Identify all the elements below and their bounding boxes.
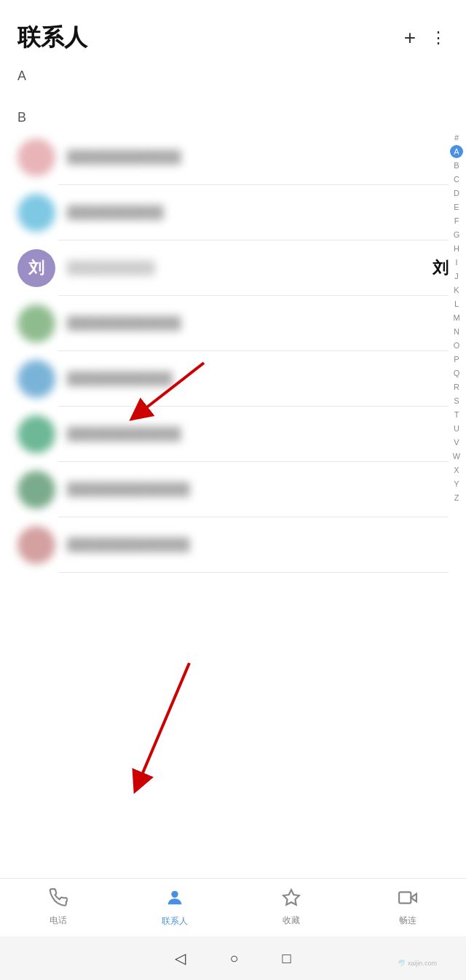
page-title: 联系人	[17, 22, 87, 54]
contact-name: ████████████	[67, 372, 449, 386]
bottom-nav: 电话 联系人 收藏 畅连	[0, 878, 466, 936]
annotation-arrow-2	[116, 656, 204, 801]
nav-favorites-label: 收藏	[283, 914, 300, 927]
alpha-Z[interactable]: Z	[450, 491, 463, 504]
nav-contacts[interactable]: 联系人	[116, 887, 233, 928]
avatar	[17, 415, 55, 453]
nav-contacts-label: 联系人	[162, 915, 188, 928]
add-button[interactable]: +	[404, 26, 416, 50]
alpha-O[interactable]: O	[450, 339, 463, 352]
svg-line-3	[138, 663, 189, 783]
star-icon	[282, 888, 301, 912]
video-icon	[398, 888, 418, 912]
contact-name: ██████████████	[67, 538, 449, 552]
avatar	[17, 526, 55, 564]
home-button[interactable]: ○	[229, 950, 238, 967]
alpha-E[interactable]: E	[450, 200, 463, 213]
avatar	[17, 360, 55, 398]
nav-changlink-label: 畅连	[399, 914, 416, 927]
contact-name: █████████████	[67, 150, 449, 165]
header: 联系人 + ⋮	[0, 0, 466, 61]
section-b-label: B	[0, 103, 466, 130]
list-item[interactable]: ██████████████	[0, 462, 466, 517]
contacts-icon	[165, 887, 185, 912]
nav-phone[interactable]: 电话	[0, 888, 116, 927]
alpha-G[interactable]: G	[450, 228, 463, 241]
alpha-M[interactable]: M	[450, 311, 463, 324]
contact-name: █████████████	[67, 427, 449, 442]
back-button[interactable]: ◁	[175, 949, 186, 967]
alpha-U[interactable]: U	[450, 422, 463, 435]
list-item[interactable]: ████████████	[0, 351, 466, 407]
alpha-S[interactable]: S	[450, 394, 463, 407]
svg-rect-6	[399, 892, 411, 903]
alpha-V[interactable]: V	[450, 436, 463, 449]
alpha-C[interactable]: C	[450, 173, 463, 186]
nav-favorites[interactable]: 收藏	[233, 888, 350, 927]
phone-icon	[49, 888, 68, 912]
contact-name-blurred: ██████████	[67, 261, 466, 275]
contact-name: █████████████	[67, 316, 449, 331]
svg-point-4	[171, 891, 178, 898]
alpha-Q[interactable]: Q	[450, 366, 463, 380]
alpha-L[interactable]: L	[450, 297, 463, 310]
svg-marker-7	[411, 894, 416, 902]
avatar	[17, 138, 55, 176]
alpha-W[interactable]: W	[450, 450, 463, 463]
alpha-T[interactable]: T	[450, 408, 463, 421]
alpha-H[interactable]: H	[450, 242, 463, 255]
alpha-P[interactable]: P	[450, 353, 463, 366]
watermark: 🐬 xaijin.com	[398, 960, 437, 967]
alpha-hash[interactable]: #	[450, 131, 463, 144]
alpha-J[interactable]: J	[450, 270, 463, 283]
header-actions: + ⋮	[404, 26, 449, 50]
list-item[interactable]: █████████████	[0, 407, 466, 462]
alpha-Y[interactable]: Y	[450, 477, 463, 490]
recents-button[interactable]: □	[283, 950, 291, 967]
alpha-R[interactable]: R	[450, 380, 463, 393]
svg-marker-5	[283, 890, 299, 905]
list-item[interactable]: ███████████	[0, 185, 466, 240]
list-item[interactable]: ██████████████	[0, 517, 466, 573]
alpha-K[interactable]: K	[450, 283, 463, 297]
alpha-A[interactable]: A	[450, 145, 463, 158]
alphabet-index: # A B C D E F G H I J K L M N O P Q R S …	[450, 131, 463, 504]
list-item-liu[interactable]: 刘 ██████████ 刘	[0, 240, 466, 296]
nav-changlink[interactable]: 畅连	[350, 888, 466, 927]
list-item[interactable]: █████████████	[0, 296, 466, 351]
avatar	[17, 471, 55, 509]
contact-name: ███████████	[67, 205, 449, 220]
alpha-F[interactable]: F	[450, 214, 463, 227]
alpha-B[interactable]: B	[450, 159, 463, 172]
more-button[interactable]: ⋮	[430, 28, 449, 47]
contact-name: ██████████████	[67, 482, 449, 497]
alpha-I[interactable]: I	[450, 256, 463, 269]
contact-list: █████████████ ███████████ 刘 ██████████ 刘…	[0, 130, 466, 573]
list-item[interactable]: █████████████	[0, 130, 466, 185]
avatar	[17, 305, 55, 342]
alpha-X[interactable]: X	[450, 463, 463, 477]
alpha-N[interactable]: N	[450, 325, 463, 338]
avatar-liu: 刘	[17, 249, 55, 287]
avatar	[17, 194, 55, 232]
alpha-D[interactable]: D	[450, 187, 463, 200]
nav-phone-label: 电话	[50, 914, 67, 927]
section-a-label: A	[0, 61, 466, 88]
system-bar: ◁ ○ □ 🐬 xaijin.com	[0, 936, 466, 980]
